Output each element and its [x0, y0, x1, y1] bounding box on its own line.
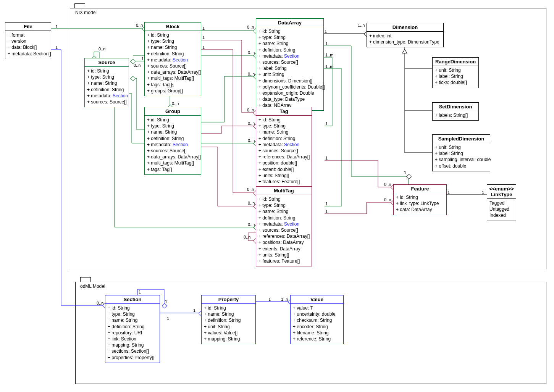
class-attr: + name: String: [147, 129, 199, 135]
class-attr: + references: DataArray[]: [258, 233, 309, 239]
class-attr: + label: String: [258, 65, 321, 71]
class-attr: + uncertainty: double: [293, 311, 341, 317]
class-attr: + extent: double[]: [258, 166, 309, 173]
class-attr: + data_arrays: DataArray[]: [147, 69, 199, 75]
class-attr: + id: String: [87, 68, 126, 74]
class-attr: + definition: String: [147, 51, 199, 57]
class-RangeDimension: RangeDimension + unit: String+ label: St…: [432, 57, 479, 88]
class-attr: + name: String: [258, 40, 321, 47]
class-attr: + sources: Source[]: [147, 148, 199, 154]
class-attr: + features: Feature[]: [258, 179, 309, 185]
class-attr: + type: String: [258, 123, 309, 129]
class-Group: Group + id: String+ type: String+ name: …: [144, 107, 201, 175]
class-attr: + name: String: [87, 80, 126, 86]
class-attr: + references: DataArray[]: [258, 154, 309, 160]
class-attr: + label: String: [435, 73, 476, 79]
class-attr: + data: DataArray: [396, 206, 444, 213]
class-attr: + index: int: [369, 33, 441, 39]
class-Section: Section + id: String+ type: String+ name…: [105, 295, 160, 363]
class-SampledDimension: SampledDimension + unit: String+ label: …: [432, 134, 490, 171]
class-attr: + sources: Source[]: [147, 63, 199, 69]
class-attr: + id: String: [147, 32, 199, 38]
class-attr: + tags: Tag[]: [147, 166, 199, 173]
class-attr: + mapping: String: [108, 342, 157, 348]
class-attr: + metadata: Section: [87, 93, 126, 99]
class-attr: + ticks: double[]: [435, 79, 476, 85]
class-attr: + id: String: [396, 194, 444, 200]
class-attr: + repository: URI: [108, 330, 157, 336]
class-attr: + reference: String: [293, 336, 341, 342]
class-attr: + positions: DataArray: [258, 239, 309, 245]
class-File: File + format+ version+ data: Block[]+ m…: [5, 22, 51, 59]
class-attr: + definition: String: [87, 87, 126, 93]
class-attr: + id: String: [204, 305, 253, 311]
class-attr: + name: String: [258, 208, 309, 215]
class-attr: + sources: Source[]: [258, 227, 309, 233]
class-Dimension: Dimension + index: int+ dimension_type: …: [367, 23, 444, 47]
class-attr: + id: String: [147, 117, 199, 123]
class-Property: Property + id: String+ name: String+ def…: [201, 295, 256, 344]
class-attr: + definition: String: [258, 47, 321, 53]
class-attr: + expansion_origin: Double: [258, 90, 321, 96]
class-attr: + multi_tags: MultiTag[]: [147, 75, 199, 81]
class-Tag: Tag + id: String+ type: String+ name: St…: [256, 107, 312, 187]
class-attr: + values: Value[]: [204, 330, 253, 336]
class-attr: + polynom_coefficients: Double[]: [258, 84, 321, 90]
class-attr: + definition: String: [258, 136, 309, 142]
uml-diagram: NIX model odML Model: [0, 0, 554, 392]
class-attr: + position: double[]: [258, 160, 309, 166]
class-SetDimension: SetDimension + labels: String[]: [432, 102, 479, 121]
class-attr: + sources: Source[]: [258, 59, 321, 65]
class-attr: + version: [8, 38, 48, 44]
class-LinkType: <<enum>> LinkType TaggedUntaggedIndexed: [487, 184, 516, 221]
class-attr: + definition: String: [258, 215, 309, 221]
class-attr: + id: String: [258, 196, 309, 202]
class-attr: + name: String: [258, 129, 309, 135]
class-attr: + link: Section: [108, 336, 157, 342]
class-attr: + properties: Property[]: [108, 355, 157, 361]
class-attr: + metadata: Section: [258, 53, 321, 59]
class-attr: + type: String: [258, 34, 321, 40]
class-attr: + sources: Source[]: [258, 148, 309, 154]
class-attr: + metadata: Section: [147, 57, 199, 63]
class-attr: + data: Block[]: [8, 44, 48, 50]
class-Source: Source + id: String+ type: String+ name:…: [84, 58, 129, 107]
class-attr: + metadata: Section: [147, 142, 199, 148]
class-attr: Indexed: [489, 212, 514, 218]
class-Feature: Feature + id: String+ link_type: LinkTyp…: [393, 184, 447, 215]
class-attr: + units: String[]: [258, 252, 309, 258]
class-MultiTag: MultiTag + id: String+ type: String+ nam…: [256, 186, 312, 266]
class-attr: + value: T: [293, 305, 341, 311]
class-attr: + metadata: Section[]: [8, 51, 48, 57]
class-attr: + unit: String: [258, 71, 321, 77]
class-attr: + definition: String: [147, 136, 199, 142]
class-attr: + metadata: Section: [258, 221, 309, 227]
class-attr: Tagged: [489, 200, 514, 206]
class-attr: + id: String: [258, 117, 309, 123]
class-attr: + definition: String: [204, 317, 253, 323]
class-attr: + filename: String: [293, 330, 341, 336]
class-attr: + type: String: [147, 123, 199, 129]
class-attr: + checksum: String: [293, 317, 341, 323]
class-attr: + type: String: [87, 74, 126, 80]
class-attr: + extents: DataArray: [258, 246, 309, 252]
class-attr: + format: [8, 32, 48, 38]
class-attr: + mapping: String: [204, 336, 253, 342]
class-Value: Value + value: T+ uncertainty: double+ c…: [290, 295, 344, 344]
class-attr: + sections: Section[]: [108, 348, 157, 354]
nix-frame-label: NIX model: [75, 10, 97, 15]
class-attr: + sources: Source[]: [87, 99, 126, 105]
class-attr: + type: String: [258, 202, 309, 208]
class-attr: + units: String[]: [258, 173, 309, 179]
class-attr: + data_arrays: DataArray[]: [147, 154, 199, 160]
class-attr: Untagged: [489, 206, 514, 212]
class-attr: + labels: String[]: [435, 112, 476, 118]
class-attr: + type: String: [147, 38, 199, 44]
class-attr: + dimension_type: DimensionType: [369, 39, 441, 45]
class-attr: + id: String: [258, 28, 321, 34]
class-attr: + data_type: DataType: [258, 96, 321, 102]
class-attr: + link_type: LinkType: [396, 200, 444, 206]
class-attr: + unit: String: [435, 67, 476, 73]
class-attr: + type: String: [108, 311, 157, 317]
odml-frame-label: odML Model: [80, 284, 105, 289]
